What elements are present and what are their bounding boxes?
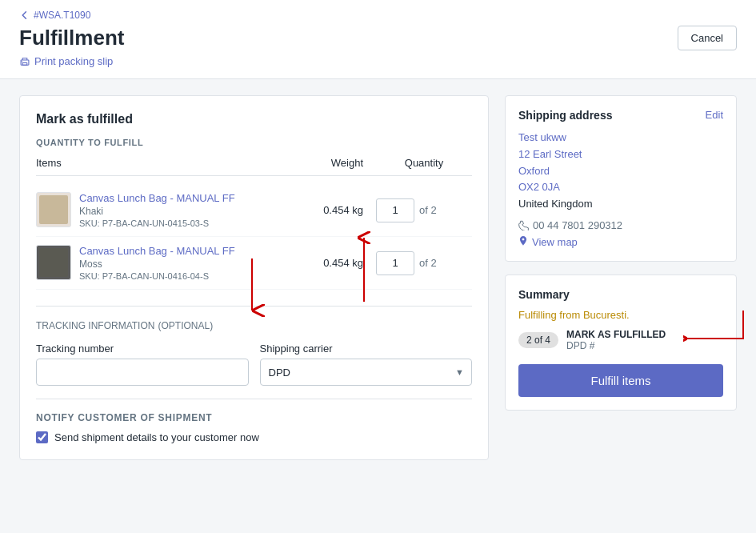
fulfillment-badge: 2 of 4 [518,332,558,348]
svg-point-2 [22,61,22,62]
notify-checkbox-label[interactable]: Send shipment details to your customer n… [54,431,259,443]
content-area: Mark as fulfilled QUANTITY TO FULFILL It… [0,79,756,476]
side-panel: Shipping address Edit Test ukww 12 Earl … [505,95,737,460]
item-weight: 0.454 kg [280,257,376,269]
printer-icon [19,56,30,67]
summary-row: 2 of 4 MARK AS FULFILLED DPD # [518,329,723,351]
item-image [36,192,71,227]
address-city: Oxford [518,163,723,180]
tracking-number-field: Tracking number [36,343,249,386]
item-info: Canvas Lunch Bag - MANUAL FF Khaki SKU: … [36,192,280,228]
view-map-link[interactable]: View map [532,236,578,248]
item-image [36,245,71,280]
item-variant: Khaki [79,206,235,217]
fulfill-items-button[interactable]: Fulfill items [518,364,723,397]
qty-input[interactable] [376,198,414,222]
table-header: Items Weight Quantity [36,157,472,176]
shipping-address-header: Shipping address Edit [518,109,723,122]
tracking-section: TRACKING INFORMATION (OPTIONAL) Tracking… [36,306,472,386]
main-section-title: Mark as fulfilled [36,112,472,126]
qty-subtitle: QUANTITY TO FULFILL [36,138,472,147]
table-row: Canvas Lunch Bag - MANUAL FF Khaki SKU: … [36,184,472,237]
item-sku: SKU: P7-BA-CAN-UN-0416-04-S [79,271,235,281]
print-link[interactable]: Print packing slip [19,55,737,67]
phone-icon [518,220,529,230]
item-name[interactable]: Canvas Lunch Bag - MANUAL FF [79,245,235,257]
notify-checkbox-row: Send shipment details to your customer n… [36,431,472,443]
fulfilling-text: Fulfilling from Bucuresti. [518,309,723,321]
col-items-header: Items [36,157,280,169]
carrier-select-wrapper: DPD UPS FedEx DHL Royal Mail Other ▼ [260,359,473,386]
item-weight: 0.454 kg [280,204,376,216]
back-link[interactable]: #WSA.T1090 [19,10,737,21]
qty-of: of 2 [419,204,437,216]
page-title: Fulfillment [19,26,124,50]
address-country: United Kingdom [518,196,723,213]
shipping-address-title: Shipping address [518,109,612,122]
edit-address-link[interactable]: Edit [706,109,723,121]
tracking-number-label: Tracking number [36,343,249,355]
notify-section: NOTIFY CUSTOMER OF SHIPMENT Send shipmen… [36,399,472,443]
dpd-number: DPD # [566,340,666,351]
bag-thumbnail-khaki [39,195,68,224]
carrier-select[interactable]: DPD UPS FedEx DHL Royal Mail Other [260,359,473,386]
item-name[interactable]: Canvas Lunch Bag - MANUAL FF [79,192,235,204]
notify-checkbox[interactable] [36,431,48,443]
mark-fulfilled-label: MARK AS FULFILLED [566,329,666,340]
shipping-address-card: Shipping address Edit Test ukww 12 Earl … [505,95,737,262]
tracking-title: TRACKING INFORMATION (OPTIONAL) [36,319,472,331]
svg-rect-1 [22,62,27,65]
carrier-label: Shipping carrier [260,343,473,355]
qty-input[interactable] [376,251,414,275]
bag-thumbnail-moss [39,248,68,277]
main-panel: Mark as fulfilled QUANTITY TO FULFILL It… [19,95,489,460]
page-header: #WSA.T1090 Fulfillment Cancel Print pack… [0,0,756,79]
table-row: Canvas Lunch Bag - MANUAL FF Moss SKU: P… [36,237,472,290]
address-street: 12 Earl Street [518,146,723,163]
item-sku: SKU: P7-BA-CAN-UN-0415-03-S [79,218,235,228]
qty-of: of 2 [419,257,437,269]
contact-row: 00 44 7801 290312 [518,219,723,231]
carrier-field: Shipping carrier DPD UPS FedEx DHL Royal… [260,343,473,386]
cancel-button[interactable]: Cancel [678,26,737,50]
address-postcode: OX2 0JA [518,179,723,196]
summary-title: Summary [518,288,723,301]
summary-info: MARK AS FULFILLED DPD # [566,329,666,351]
map-pin-icon [518,236,528,247]
qty-control: of 2 [376,251,472,275]
tracking-fields: Tracking number Shipping carrier DPD UPS… [36,343,472,386]
address-name: Test ukww [518,130,723,146]
notify-title: NOTIFY CUSTOMER OF SHIPMENT [36,412,472,423]
phone-number: 00 44 7801 290312 [533,219,622,231]
item-info: Canvas Lunch Bag - MANUAL FF Moss SKU: P… [36,245,280,281]
address-text: Test ukww 12 Earl Street Oxford OX2 0JA … [518,130,723,213]
tracking-number-input[interactable] [36,359,249,386]
map-row[interactable]: View map [518,236,723,248]
back-icon [19,10,30,21]
item-text: Canvas Lunch Bag - MANUAL FF Khaki SKU: … [79,192,235,228]
qty-control: of 2 [376,198,472,222]
col-weight-header: Weight [280,157,376,169]
summary-card: Summary Fulfilling from Bucuresti. 2 of … [505,275,737,411]
item-variant: Moss [79,258,235,270]
item-text: Canvas Lunch Bag - MANUAL FF Moss SKU: P… [79,245,235,281]
col-qty-header: Quantity [376,157,472,169]
